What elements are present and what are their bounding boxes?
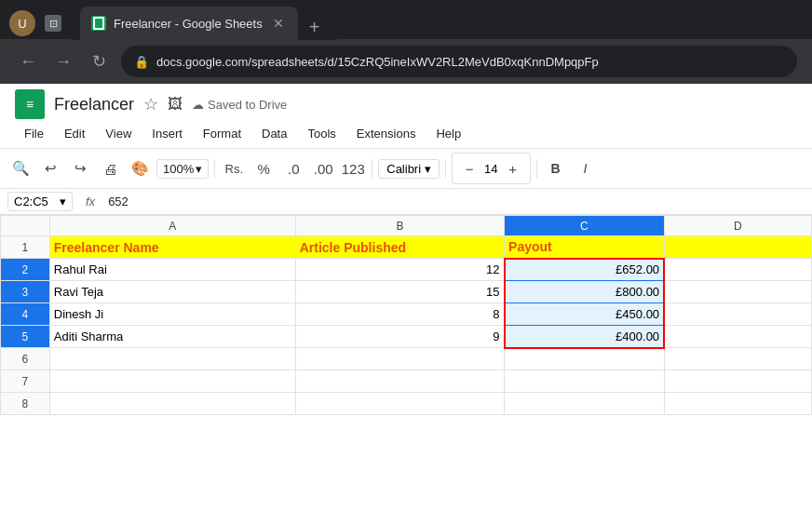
- cell-B2[interactable]: 12: [295, 259, 504, 281]
- paint-format-button[interactable]: 🎨: [127, 155, 153, 181]
- font-selector[interactable]: Calibri ▾: [378, 159, 440, 179]
- redo-button[interactable]: ↪: [67, 155, 93, 181]
- decimal-less-button[interactable]: .0: [280, 155, 306, 181]
- decimal-more-button[interactable]: .00: [310, 155, 336, 181]
- url-bar[interactable]: 🔒 docs.google.com/spreadsheets/d/15CzRQ5…: [121, 46, 797, 77]
- cell-B5[interactable]: 9: [295, 326, 504, 348]
- table-row: 6: [1, 348, 812, 370]
- cell-C7[interactable]: [505, 370, 665, 393]
- cell-D1[interactable]: [664, 236, 811, 259]
- cell-C6[interactable]: [505, 348, 665, 370]
- forward-button[interactable]: →: [50, 48, 76, 74]
- col-header-A[interactable]: A: [49, 216, 295, 236]
- menu-edit[interactable]: Edit: [55, 123, 94, 144]
- font-size-minus[interactable]: −: [456, 155, 482, 181]
- zoom-control[interactable]: 100% ▾: [156, 159, 209, 179]
- cell-B6[interactable]: [295, 348, 504, 370]
- row-num-1[interactable]: 1: [1, 236, 50, 259]
- cell-A7[interactable]: [49, 370, 295, 393]
- cell-A1[interactable]: Freelancer Name: [49, 236, 295, 259]
- cell-A5[interactable]: Aditi Sharma: [49, 326, 295, 348]
- cell-C8[interactable]: [505, 393, 665, 415]
- cell-A3[interactable]: Ravi Teja: [49, 281, 295, 303]
- col-header-D[interactable]: D: [664, 216, 811, 236]
- menu-format[interactable]: Format: [194, 123, 250, 144]
- font-dropdown-icon: ▾: [425, 162, 431, 176]
- cell-D6[interactable]: [664, 348, 811, 370]
- menu-view[interactable]: View: [96, 123, 141, 144]
- menu-data[interactable]: Data: [252, 123, 296, 144]
- currency-button[interactable]: Rs.: [221, 155, 247, 181]
- cell-A8[interactable]: [49, 393, 295, 415]
- italic-button[interactable]: I: [573, 155, 599, 181]
- percent-button[interactable]: %: [250, 155, 277, 181]
- cell-C4[interactable]: £450.00: [505, 303, 665, 326]
- cell-B3[interactable]: 15: [295, 281, 504, 303]
- menu-file[interactable]: File: [15, 123, 53, 144]
- tab-close-button[interactable]: ✕: [270, 15, 287, 32]
- search-button[interactable]: 🔍: [7, 155, 34, 181]
- toolbar-divider-2: [372, 159, 372, 178]
- reload-button[interactable]: ↻: [86, 48, 112, 74]
- table-row: 2Rahul Rai12£652.00: [1, 259, 812, 281]
- new-tab-button[interactable]: +: [302, 14, 328, 40]
- font-size-plus[interactable]: +: [500, 155, 526, 181]
- zoom-dropdown-icon: ▾: [196, 162, 202, 176]
- table-row: 1Freelancer NameArticle PublishedPayout: [1, 236, 812, 259]
- font-size-value[interactable]: 14: [484, 162, 497, 176]
- row-num-4[interactable]: 4: [1, 303, 50, 326]
- row-num-8[interactable]: 8: [1, 393, 50, 415]
- active-tab[interactable]: Freelancer - Google Sheets ✕: [80, 7, 298, 40]
- cell-A6[interactable]: [49, 348, 295, 370]
- sheets-app: ≡ Freelancer ☆ 🖼 ☁ Saved to Drive File E…: [0, 84, 812, 524]
- menu-extensions[interactable]: Extensions: [347, 123, 426, 144]
- table-row: 3Ravi Teja15£800.00: [1, 281, 812, 303]
- sheets-tab-icon: [91, 16, 106, 31]
- back-button[interactable]: ←: [15, 48, 41, 74]
- cell-D3[interactable]: [664, 281, 811, 303]
- row-num-2[interactable]: 2: [1, 259, 50, 281]
- avatar[interactable]: U: [9, 10, 35, 36]
- cell-B7[interactable]: [295, 370, 504, 393]
- col-header-C[interactable]: C: [505, 216, 665, 236]
- cell-reference[interactable]: C2:C5 ▾: [7, 192, 73, 211]
- bold-button[interactable]: B: [543, 155, 569, 181]
- print-button[interactable]: 🖨: [97, 155, 123, 181]
- window-controls: ⊡: [45, 15, 61, 32]
- document-title[interactable]: Freelancer: [54, 95, 134, 114]
- star-icon[interactable]: ☆: [143, 94, 158, 114]
- app-header: ≡ Freelancer ☆ 🖼 ☁ Saved to Drive File E…: [0, 84, 812, 149]
- cell-D7[interactable]: [664, 370, 811, 393]
- formula-icon: fx: [80, 195, 101, 208]
- cell-B1[interactable]: Article Published: [295, 236, 504, 259]
- sheets-logo: ≡: [15, 89, 45, 119]
- cell-D8[interactable]: [664, 393, 811, 415]
- cell-B8[interactable]: [295, 393, 504, 415]
- window-minimize[interactable]: ⊡: [45, 15, 61, 32]
- cell-C2[interactable]: £652.00: [505, 259, 665, 281]
- menu-help[interactable]: Help: [426, 123, 470, 144]
- cell-C3[interactable]: £800.00: [505, 281, 665, 303]
- row-num-7[interactable]: 7: [1, 370, 50, 393]
- row-num-6[interactable]: 6: [1, 348, 50, 370]
- cell-A2[interactable]: Rahul Rai: [49, 259, 295, 281]
- row-num-3[interactable]: 3: [1, 281, 50, 303]
- menu-insert[interactable]: Insert: [142, 123, 192, 144]
- menu-tools[interactable]: Tools: [298, 123, 345, 144]
- cell-C1[interactable]: Payout: [505, 236, 665, 259]
- cell-B4[interactable]: 8: [295, 303, 504, 326]
- cell-D4[interactable]: [664, 303, 811, 326]
- spreadsheet-grid[interactable]: A B C D 1Freelancer NameArticle Publishe…: [0, 215, 812, 524]
- undo-button[interactable]: ↩: [37, 155, 63, 181]
- cell-A4[interactable]: Dinesh Ji: [49, 303, 295, 326]
- cell-ref-dropdown[interactable]: ▾: [60, 195, 66, 208]
- col-header-B[interactable]: B: [295, 216, 504, 236]
- cell-C5[interactable]: £400.00: [505, 326, 665, 348]
- formula-content[interactable]: 652: [108, 195, 129, 208]
- toolbar-divider-4: [536, 159, 537, 178]
- number-format-button[interactable]: 123: [340, 155, 366, 181]
- row-num-5[interactable]: 5: [1, 326, 50, 348]
- app-title-row: ≡ Freelancer ☆ 🖼 ☁ Saved to Drive: [0, 84, 812, 121]
- cell-D5[interactable]: [664, 326, 811, 348]
- cell-D2[interactable]: [664, 259, 811, 281]
